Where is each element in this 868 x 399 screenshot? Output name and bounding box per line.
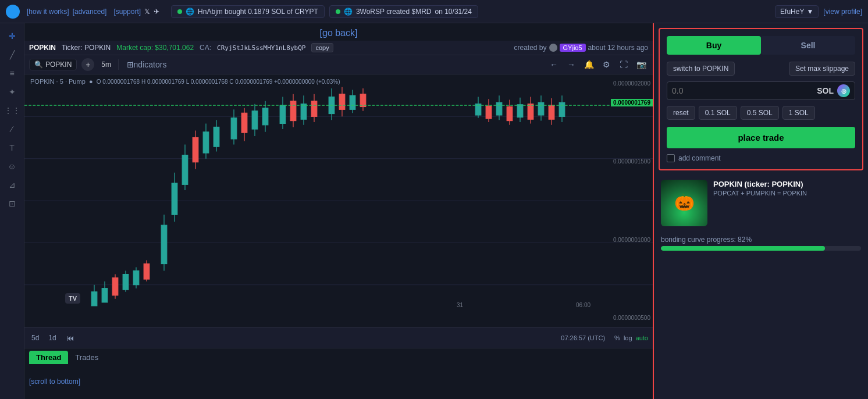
preset-05-sol-btn[interactable]: 0.5 SOL [741, 106, 779, 120]
thread-tab[interactable]: Thread [29, 351, 68, 364]
svg-rect-44 [311, 101, 317, 117]
bonding-bar-fill [661, 246, 825, 251]
symbol-search[interactable]: 🔍 POPKIN [29, 59, 77, 70]
timeframe-5d-btn[interactable]: 5d [29, 333, 41, 343]
amount-input[interactable] [672, 86, 817, 95]
go-back-label[interactable]: [go back] [320, 28, 358, 38]
reset-btn[interactable]: reset [667, 106, 695, 120]
sell-tab[interactable]: Sell [761, 36, 855, 55]
pumpkin-emoji: 🎃 [674, 193, 695, 212]
main-layout: ✛ ╱ ≡ ✦ ⋮⋮ ∕ T ☺ ⊿ ⊡ [go back] POPKIN Ti… [0, 23, 868, 399]
svg-rect-40 [290, 101, 296, 121]
how-it-works-link[interactable]: [how it works] [27, 8, 69, 16]
indicators-btn[interactable]: Indicators [142, 58, 156, 72]
svg-rect-60 [507, 106, 513, 120]
token-ca: CRyjStJkL5ssMHY1nL8ybQP [217, 44, 305, 52]
user-badge[interactable]: EfuHeY ▼ [775, 5, 819, 18]
bottom-content: [scroll to bottom] [24, 364, 653, 399]
alert-icon[interactable]: 🔔 [582, 58, 596, 72]
timeframe-1d-btn[interactable]: 1d [46, 333, 58, 343]
top-nav-right: EfuHeY ▼ [view profile] [775, 5, 862, 18]
toolbar-right: ← → 🔔 ⚙ ⛶ 📷 [547, 58, 648, 72]
svg-rect-18 [161, 225, 167, 263]
chart-area: POPKIN · 5 · Pump ● O 0.0000001768 H 0.0… [24, 74, 653, 348]
svg-rect-12 [123, 275, 129, 290]
advanced-link[interactable]: [advanced] [73, 8, 107, 16]
add-symbol-button[interactable]: + [81, 58, 94, 71]
bonding-curve-label: bonding curve progress: 82% [661, 236, 861, 244]
go-back-bar[interactable]: [go back] [24, 23, 653, 41]
percent-btn[interactable]: % [614, 334, 620, 341]
timeframe-5m[interactable]: 5m [99, 59, 113, 70]
undo-btn[interactable]: ← [547, 58, 561, 72]
dropdown-icon: ▼ [806, 8, 813, 16]
redo-btn[interactable]: → [564, 58, 578, 72]
svg-rect-70 [559, 102, 565, 116]
x-label-1: 31 [457, 302, 463, 308]
add-comment-label: add comment [678, 154, 721, 162]
y-axis-labels: 0.0000002000 0.0000001500 0.0000001000 0… [592, 74, 653, 327]
x-axis-labels: 31 06:00 [24, 302, 653, 308]
replay-icon[interactable]: ⏮ [63, 331, 77, 345]
trades-tab[interactable]: Trades [68, 351, 105, 364]
tool-ruler[interactable]: ⊿ [3, 177, 21, 193]
tool-node[interactable]: ✦ [3, 84, 21, 100]
svg-rect-66 [538, 102, 544, 115]
tool-horizontal[interactable]: ≡ [3, 65, 21, 81]
svg-rect-48 [339, 94, 345, 110]
view-profile-link[interactable]: [view profile] [823, 8, 862, 16]
set-max-slippage-btn[interactable]: Set max slippage [789, 62, 855, 76]
tool-line[interactable]: ╱ [3, 47, 21, 63]
token-card: 🎃 POPKIN (ticker: POPKIN) POPCAT + PUMPK… [654, 175, 868, 231]
y-label-4: 0.0000000500 [594, 315, 650, 321]
token-card-info: POPKIN (ticker: POPKIN) POPCAT + PUMPKIN… [713, 180, 861, 197]
svg-rect-58 [496, 102, 502, 115]
token-image-inner: 🎃 [661, 180, 707, 226]
logo[interactable] [6, 5, 20, 19]
user-name: EfuHeY [780, 8, 804, 16]
preset-01-sol-btn[interactable]: 0.1 SOL [699, 106, 737, 120]
fullscreen-icon[interactable]: ⛶ [617, 58, 631, 72]
tool-crosshair[interactable]: ✛ [3, 28, 21, 44]
created-by-label: created by [514, 44, 547, 52]
news-text-1: HnAbjm bought 0.1879 SOL of CRYPT [198, 8, 318, 16]
add-comment-checkbox[interactable] [667, 154, 675, 162]
news-item-1: 🌐 HnAbjm bought 0.1879 SOL of CRYPT [171, 5, 325, 18]
svg-rect-26 [203, 132, 209, 153]
search-icon: 🔍 [34, 60, 43, 69]
tool-emoji[interactable]: ☺ [3, 158, 21, 174]
svg-rect-24 [193, 138, 198, 162]
tool-channel[interactable]: ⋮⋮ [3, 102, 21, 119]
screenshot-icon[interactable]: 📷 [634, 58, 648, 72]
bottom-panel: Thread Trades [scroll to bottom] [24, 348, 653, 399]
sol-icon: ◎ [837, 84, 850, 97]
copy-ca-button[interactable]: copy [311, 43, 333, 52]
news-dot-2 [336, 9, 340, 14]
place-trade-button[interactable]: place trade [667, 127, 855, 148]
twitter-icon[interactable]: 𝕏 [144, 8, 150, 16]
support-link[interactable]: [support] [113, 8, 141, 16]
svg-rect-14 [133, 271, 139, 285]
creator-name[interactable]: GYjio5 [560, 44, 586, 52]
tool-text[interactable]: T [3, 140, 21, 156]
token-name: POPKIN [29, 44, 56, 52]
switch-to-popkin-btn[interactable]: switch to POPKIN [667, 62, 735, 76]
auto-btn[interactable]: auto [636, 334, 648, 341]
settings-icon[interactable]: ⚙ [599, 58, 613, 72]
top-nav: [how it works] [advanced] [support] 𝕏 ✈ … [0, 0, 868, 23]
buy-tab[interactable]: Buy [667, 36, 761, 55]
token-info-bar: POPKIN Ticker: POPKIN Market cap: $30,70… [24, 41, 653, 55]
creator-avatar [549, 44, 557, 52]
log-btn[interactable]: log [624, 334, 632, 341]
token-ticker-label: Ticker: POPKIN [62, 44, 111, 52]
bonding-bar-background [661, 246, 861, 251]
news-suffix-2: on 10/31/24 [435, 8, 472, 16]
preset-1-sol-btn[interactable]: 1 SOL [782, 106, 815, 120]
chart-time-utc: 07:26:57 (UTC) [561, 334, 605, 341]
telegram-icon[interactable]: ✈ [154, 8, 159, 16]
chart-sidebar: ✛ ╱ ≡ ✦ ⋮⋮ ∕ T ☺ ⊿ ⊡ [0, 23, 24, 399]
scroll-to-bottom[interactable]: [scroll to bottom] [29, 377, 80, 386]
tool-magnet[interactable]: ⊡ [3, 195, 21, 212]
token-ca-label: CA: [200, 44, 211, 52]
tool-brush[interactable]: ∕ [3, 121, 21, 137]
